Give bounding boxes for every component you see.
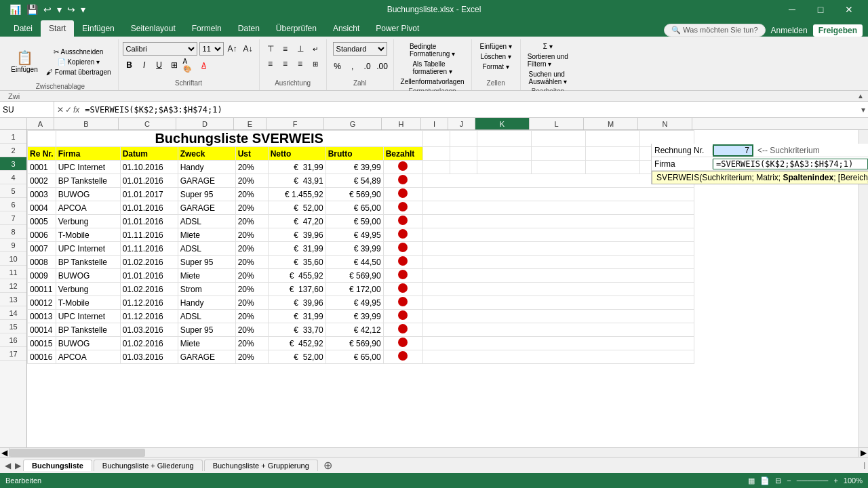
cell-e3[interactable]: 20% <box>235 161 268 174</box>
firma-formula[interactable]: =SVERWEIS($K$2;$A$3:$H$74;1) <box>713 159 868 169</box>
customize-qat[interactable]: ▾ <box>79 3 87 16</box>
cell-f8[interactable]: € 39,96 <box>268 228 326 242</box>
cell-e11[interactable]: 20% <box>235 269 268 283</box>
cell-f3[interactable]: € 31,99 <box>268 161 326 174</box>
cell-c13[interactable]: 01.12.2016 <box>120 296 178 310</box>
cell-b9[interactable]: UPC Internet <box>56 242 120 256</box>
row-header-12[interactable]: 12 <box>0 279 26 293</box>
row-header-3[interactable]: 3 <box>0 157 26 171</box>
cell-e5[interactable]: 20% <box>235 188 268 201</box>
scroll-left-btn[interactable]: ◀ <box>0 448 9 458</box>
cell-d17[interactable]: GARAGE <box>178 350 235 364</box>
cell-title[interactable]: Buchungsliste SVERWEIS <box>56 131 422 147</box>
cell-i6[interactable] <box>422 201 694 215</box>
cell-a5[interactable]: 0003 <box>28 188 56 201</box>
cell-e16[interactable]: 20% <box>235 337 268 350</box>
tab-ueberprufen[interactable]: Überprüfen <box>268 20 325 37</box>
bold-btn[interactable]: B <box>123 58 136 72</box>
cell-h5[interactable] <box>383 188 422 201</box>
cell-c14[interactable]: 01.12.2016 <box>120 310 178 323</box>
cell-d5[interactable]: Super 95 <box>178 188 235 201</box>
row-header-13[interactable]: 13 <box>0 293 26 306</box>
cell-h14[interactable] <box>383 310 422 323</box>
cell-f7[interactable]: € 47,20 <box>268 215 326 228</box>
cell-i10[interactable] <box>422 256 694 269</box>
cell-k1[interactable] <box>477 131 531 147</box>
maximize-btn[interactable]: □ <box>807 0 834 19</box>
cell-b13[interactable]: T-Mobile <box>56 296 120 310</box>
cell-g5[interactable]: € 569,90 <box>326 188 383 201</box>
cell-d3[interactable]: Handy <box>178 161 235 174</box>
confirm-formula-btn[interactable]: ✓ <box>65 105 72 115</box>
cell-d15[interactable]: Super 95 <box>178 323 235 337</box>
cell-h8[interactable] <box>383 228 422 242</box>
number-format-select[interactable]: Standard <box>333 42 387 56</box>
cell-i3[interactable] <box>422 161 450 174</box>
cell-a14[interactable]: 00013 <box>28 310 56 323</box>
bedingte-formatierung-btn[interactable]: BedingteFormatierung ▾ <box>407 42 458 58</box>
cell-d6[interactable]: GARAGE <box>178 201 235 215</box>
suchen-btn[interactable]: Suchen undAuswählen ▾ <box>526 70 570 86</box>
cell-b12[interactable]: Verbung <box>56 283 120 296</box>
decrease-font-btn[interactable]: A↓ <box>241 42 255 56</box>
cell-m3[interactable] <box>585 161 639 174</box>
cell-e17[interactable]: 20% <box>235 350 268 364</box>
cell-c12[interactable]: 01.02.2016 <box>120 283 178 296</box>
sheet-scroll-right[interactable]: ▶ <box>13 461 23 470</box>
collapse-ribbon-btn[interactable]: ▲ <box>857 92 864 100</box>
cell-f16[interactable]: € 452,92 <box>268 337 326 350</box>
cell-g7[interactable]: € 59,00 <box>326 215 383 228</box>
rechnung-value[interactable]: 7 <box>713 144 753 157</box>
row-header-7[interactable]: 7 <box>0 211 26 225</box>
decrease-decimal-btn[interactable]: .00 <box>376 60 389 73</box>
fill-color-btn[interactable]: A🎨 <box>182 58 196 72</box>
cell-h3[interactable] <box>383 161 422 174</box>
cell-b5[interactable]: BUWOG <box>56 188 120 201</box>
cell-i2[interactable] <box>422 147 450 161</box>
cell-b10[interactable]: BP Tankstelle <box>56 256 120 269</box>
col-header-g[interactable]: G <box>324 118 382 129</box>
cell-c16[interactable]: 01.02.2016 <box>120 337 178 350</box>
col-header-d[interactable]: D <box>176 118 234 129</box>
tab-ansicht[interactable]: Ansicht <box>325 20 368 37</box>
h-scrollbar-track[interactable] <box>9 448 859 458</box>
cell-f2[interactable]: Netto <box>268 147 326 161</box>
cell-b2[interactable]: Firma <box>56 147 120 161</box>
cell-f6[interactable]: € 52,00 <box>268 201 326 215</box>
cell-h9[interactable] <box>383 242 422 256</box>
cell-a1[interactable] <box>28 131 56 147</box>
insert-function-btn[interactable]: fx <box>73 105 79 115</box>
font-size-select[interactable]: 11 <box>199 42 224 56</box>
cell-a12[interactable]: 00011 <box>28 283 56 296</box>
cell-e4[interactable]: 20% <box>235 174 268 188</box>
align-center-btn[interactable]: ≡ <box>279 57 292 70</box>
col-header-b[interactable]: B <box>54 118 119 129</box>
cell-f15[interactable]: € 33,70 <box>268 323 326 337</box>
italic-btn[interactable]: I <box>138 58 151 72</box>
col-header-c[interactable]: C <box>119 118 176 129</box>
cell-i1[interactable] <box>422 131 450 147</box>
cancel-formula-btn[interactable]: ✕ <box>57 105 64 115</box>
cell-d7[interactable]: ADSL <box>178 215 235 228</box>
cell-h12[interactable] <box>383 283 422 296</box>
cell-i9[interactable] <box>422 242 694 256</box>
tab-daten[interactable]: Daten <box>230 20 268 37</box>
cell-f12[interactable]: € 137,60 <box>268 283 326 296</box>
cell-d12[interactable]: Strom <box>178 283 235 296</box>
cell-m1[interactable] <box>585 131 639 147</box>
align-left-btn[interactable]: ≡ <box>264 57 277 70</box>
zoom-in-btn[interactable]: + <box>833 476 837 485</box>
sortieren-btn[interactable]: Sortieren undFiltern ▾ <box>525 52 571 68</box>
ausschneiden-btn[interactable]: ✂ Ausschneiden <box>43 47 114 56</box>
align-bottom-btn[interactable]: ⊥ <box>294 42 307 56</box>
col-header-e[interactable]: E <box>234 118 267 129</box>
cell-c8[interactable]: 01.11.2016 <box>120 228 178 242</box>
row-header-11[interactable]: 11 <box>0 266 26 279</box>
name-box[interactable]: SU <box>0 102 54 117</box>
cell-i5[interactable] <box>422 188 694 201</box>
zellen-einfuegen-btn[interactable]: Einfügen ▾ <box>476 42 516 51</box>
cell-k3[interactable] <box>477 161 531 174</box>
align-top-btn[interactable]: ⊤ <box>264 42 277 56</box>
cell-h17[interactable] <box>383 350 422 364</box>
cell-c10[interactable]: 01.02.2016 <box>120 256 178 269</box>
